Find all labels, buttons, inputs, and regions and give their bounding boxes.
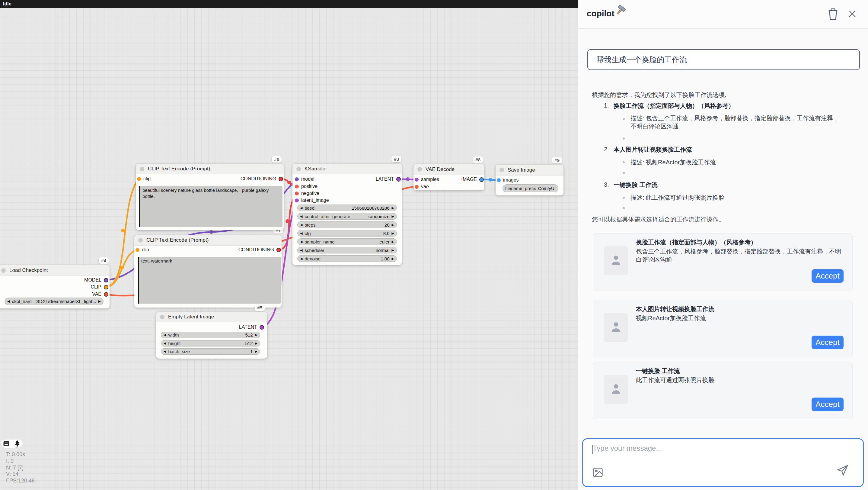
assistant-intro: 根据您的需求，我为您找到了以下换脸工作流选项: [592,91,726,99]
increment-arrow-icon[interactable]: ▶ [392,232,394,235]
widget-scheduler[interactable]: ◀ scheduler normal ▶ [297,247,397,254]
trash-icon[interactable] [827,7,839,20]
accept-button[interactable]: Accept [812,398,843,411]
prev-arrow-icon[interactable]: ◀ [300,240,302,243]
prev-arrow-icon[interactable]: ◀ [300,249,302,252]
widget-control-after-generate[interactable]: ◀ control_after_generate randomize ▶ [297,213,397,220]
increment-arrow-icon[interactable]: ▶ [255,350,257,353]
output-slot-latent[interactable] [259,325,264,329]
collapse-dot[interactable] [499,168,504,172]
decrement-arrow-icon[interactable]: ◀ [300,223,302,227]
node-title: Empty Latent Image [168,314,214,320]
input-slot-clip[interactable] [135,248,140,252]
input-slot-positive[interactable] [295,184,299,189]
widget-steps[interactable]: ◀ steps 20 ▶ [297,222,397,228]
output-slot-conditioning[interactable] [276,248,281,252]
widget-height[interactable]: ◀ height 512 ▶ [161,340,260,346]
next-arrow-icon[interactable]: ▶ [98,300,101,303]
widget-ckpt-name[interactable]: ◀ ckpt_name SDXL/dreamshaperXL_light... … [4,297,103,305]
node-load-checkpoint[interactable]: #4 Load Checkpoint MODEL CLIP VAE ◀ ckpt… [0,265,110,309]
collapse-dot[interactable] [1,268,6,273]
widget-denoise[interactable]: ◀ denoise 1.00 ▶ [297,255,397,262]
attach-image-icon[interactable] [592,467,603,478]
widget-width[interactable]: ◀ width 512 ▶ [161,332,260,338]
increment-arrow-icon[interactable]: ▶ [392,206,394,210]
message-input[interactable] [592,443,853,466]
empty-bullet-dot [623,172,625,174]
node-clip-text-encode-positive[interactable]: #6 CLIP Text Encode (Prompt) clip CONDIT… [136,164,284,230]
next-arrow-icon[interactable]: ▶ [392,215,394,218]
input-slot-negative[interactable] [295,192,299,196]
node-clip-text-encode-negative[interactable]: #7 CLIP Text Encode (Prompt) clip CONDIT… [134,235,282,308]
card-desc: 此工作流可通过两张照片换脸 [636,376,846,384]
node-header[interactable]: VAE Decode [413,164,485,175]
workflow-thumbnail [604,375,628,404]
output-slot-latent[interactable] [396,177,401,181]
panel-title: copilot [587,9,615,19]
slot-label: LATENT [376,176,394,182]
accept-button[interactable]: Accept [812,269,843,283]
input-slot-samples[interactable] [415,178,418,181]
widget-batch-size[interactable]: ◀ batch_size 1 ▶ [161,348,260,355]
tree-icon[interactable] [14,440,20,448]
next-arrow-icon[interactable]: ▶ [392,240,394,243]
increment-arrow-icon[interactable]: ▶ [255,342,257,345]
prev-arrow-icon[interactable]: ◀ [7,300,10,303]
node-header[interactable]: Empty Latent Image [156,312,267,322]
workflow-card: 换脸工作流（指定面部与人物）（风格参考） 包含三个工作流，风格参考，脸部替换，指… [593,233,852,291]
input-slot-images[interactable] [497,178,501,182]
node-save-image[interactable]: #9 Save Image images filename_prefix Com… [496,165,563,196]
decrement-arrow-icon[interactable]: ◀ [163,333,166,337]
output-slot-conditioning[interactable] [279,177,283,181]
decrement-arrow-icon[interactable]: ◀ [300,232,302,235]
widget-cfg[interactable]: ◀ cfg 8.0 ▶ [297,230,397,236]
bullet-dot [623,161,625,164]
collapse-dot[interactable] [140,167,144,171]
close-icon[interactable] [848,9,857,19]
collapse-dot[interactable] [417,167,422,172]
increment-arrow-icon[interactable]: ▶ [392,257,394,260]
option-title: 一键换脸 工作流 [614,181,658,189]
increment-arrow-icon[interactable]: ▶ [392,223,394,227]
accept-button[interactable]: Accept [812,336,843,349]
slot-label: clip [143,176,151,181]
wire-dot [210,230,213,234]
node-header[interactable]: Load Checkpoint [0,265,110,276]
widget-filename-prefix[interactable]: filename_prefix ComfyUI [502,184,558,192]
collapse-dot[interactable] [160,315,164,319]
input-slot-model[interactable] [295,177,299,181]
output-slot-clip[interactable] [104,285,108,289]
node-header[interactable]: KSampler [292,164,402,174]
output-slot-vae[interactable] [104,292,108,297]
input-slot-clip[interactable] [137,177,141,181]
input-divider [578,436,868,436]
output-slot-model[interactable] [104,278,108,283]
option-number: 2. [604,146,609,153]
node-header[interactable]: CLIP Text Encode (Prompt) [136,164,284,174]
node-vae-decode[interactable]: #8 VAE Decode samples vae IMAGE [413,164,485,190]
widget-sampler-name[interactable]: ◀ sampler_name euler ▶ [297,238,397,245]
node-header[interactable]: CLIP Text Encode (Prompt) [134,235,282,246]
node-header[interactable]: Save Image [496,165,563,175]
widget-seed[interactable]: ◀ seed 156680208700286 ▶ [297,204,397,211]
node-empty-latent-image[interactable]: #5 Empty Latent Image LATENT ◀ width 512… [156,312,267,358]
decrement-arrow-icon[interactable]: ◀ [300,257,302,260]
input-slot-vae[interactable] [415,185,418,189]
send-icon[interactable] [836,464,849,477]
decrement-arrow-icon[interactable]: ◀ [163,350,166,353]
collapse-dot[interactable] [138,238,143,242]
next-arrow-icon[interactable]: ▶ [392,249,394,252]
prev-arrow-icon[interactable]: ◀ [300,215,302,218]
empty-bullet-dot [623,207,625,209]
decrement-arrow-icon[interactable]: ◀ [163,342,166,345]
workflow-list-icon[interactable] [3,441,9,446]
output-slot-image[interactable] [479,177,484,182]
node-graph-canvas[interactable]: #7 CLIP Text Encode (Prompt) clip CONDIT… [0,8,578,490]
increment-arrow-icon[interactable]: ▶ [255,333,257,337]
decrement-arrow-icon[interactable]: ◀ [300,206,302,210]
prompt-textarea[interactable]: text, watermark [138,257,281,304]
node-ksampler[interactable]: #3 KSampler model positive negative late… [292,164,402,265]
collapse-dot[interactable] [297,167,301,171]
prompt-textarea[interactable]: beautiful scenery nature glass bottle la… [139,186,282,227]
input-slot-latent-image[interactable] [295,199,299,202]
